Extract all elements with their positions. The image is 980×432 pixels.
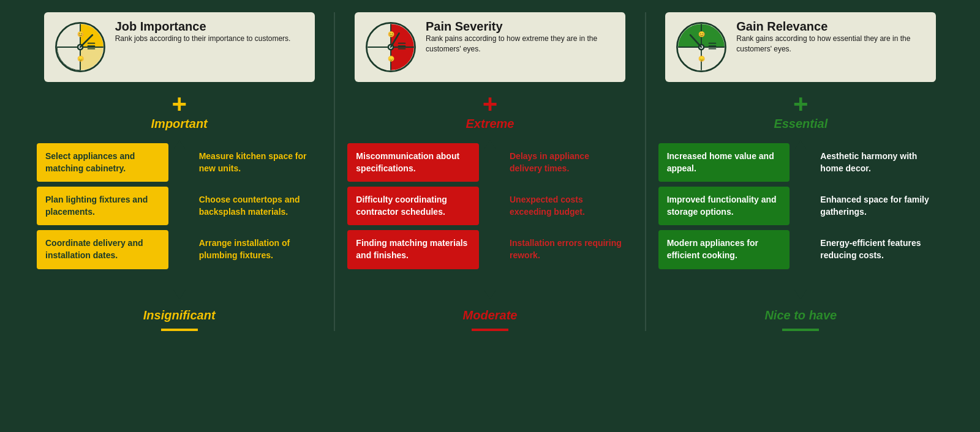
bottom-text-gain: Nice to have <box>764 308 837 322</box>
bottom-line-job <box>161 329 198 331</box>
svg-text:😞: 😞 <box>387 55 394 62</box>
svg-rect-17 <box>398 45 406 47</box>
plus-symbol-job: + <box>172 91 187 117</box>
svg-text:😊: 😊 <box>698 31 706 38</box>
left-card-gain-2: Modern appliances for efficient cooking. <box>658 230 790 269</box>
bottom-label-pain: Moderate <box>463 308 518 331</box>
left-cards-gain: Increased home value and appeal. Improve… <box>658 140 790 299</box>
bottom-line-pain <box>472 329 508 331</box>
arrow-down-gain <box>794 289 807 299</box>
center-arrow-pain <box>479 140 501 299</box>
gauge-yellow-icon: 😊 😞 <box>53 20 108 75</box>
arrow-down-job <box>173 289 186 299</box>
svg-text:😞: 😞 <box>77 55 84 62</box>
header-desc-pain: Rank pains according to how extreme they… <box>426 34 617 54</box>
header-job-importance: 😊 😞 Job Importance Rank jobs according t… <box>44 12 315 82</box>
bottom-line-gain <box>782 329 819 331</box>
header-title-gain: Gain Relevance <box>736 20 927 34</box>
arrow-up-gain <box>794 140 807 150</box>
right-cards-gain: Aesthetic harmony with home decor. Enhan… <box>812 140 943 299</box>
svg-rect-18 <box>398 48 406 50</box>
main-container: 😊 😞 Job Importance Rank jobs according t… <box>0 0 980 343</box>
left-card-job-1: Plan lighting fixtures and placements. <box>37 187 168 225</box>
header-desc-gain: Rank gains according to how essential th… <box>736 34 927 54</box>
cards-row-gain: Increased home value and appeal. Improve… <box>658 140 943 299</box>
column-pain-severity: 😊 😞 Pain Severity Rank pains according t… <box>335 12 644 331</box>
bottom-text-job: Insignificant <box>143 308 216 322</box>
top-label-job: Important <box>151 117 208 131</box>
plus-label-gain: + Essential <box>774 91 827 131</box>
arrow-up-job <box>173 140 186 150</box>
svg-rect-28 <box>709 45 717 47</box>
plus-label-job: + Important <box>151 91 208 131</box>
header-desc-job: Rank jobs according to their importance … <box>115 34 291 44</box>
top-label-pain: Extreme <box>466 117 514 131</box>
right-card-pain-2: Installation errors requiring rework. <box>501 230 633 269</box>
svg-text:😊: 😊 <box>77 31 84 38</box>
header-pain: 😊 😞 Pain Severity Rank pains according t… <box>355 12 625 82</box>
plus-symbol-pain: + <box>483 91 498 117</box>
svg-rect-29 <box>709 48 717 50</box>
svg-text:😞: 😞 <box>698 55 706 62</box>
arrow-shaft-pain <box>489 150 492 289</box>
left-card-pain-0: Miscommunication about specifications. <box>347 143 479 182</box>
left-cards-pain: Miscommunication about specifications. D… <box>347 140 479 299</box>
svg-text:😊: 😊 <box>387 31 394 38</box>
center-arrow-job <box>168 140 190 299</box>
svg-rect-16 <box>398 43 406 44</box>
left-card-gain-0: Increased home value and appeal. <box>658 143 790 182</box>
arrow-shaft-gain <box>799 150 802 289</box>
plus-label-pain: + Extreme <box>466 91 514 131</box>
cards-row-job: Select appliances and matching cabinetry… <box>37 140 322 299</box>
bottom-label-job: Insignificant <box>143 308 216 331</box>
right-cards-pain: Delays in appliance delivery times. Unex… <box>501 140 633 299</box>
header-title-pain: Pain Severity <box>426 20 617 34</box>
column-gain-relevance: 😊 😞 Gain Relevance Rank gains according … <box>646 12 956 331</box>
bottom-label-gain: Nice to have <box>764 308 837 331</box>
arrow-up-pain <box>484 140 496 150</box>
left-card-gain-1: Improved functionality and storage optio… <box>658 187 790 225</box>
svg-rect-6 <box>87 45 95 47</box>
header-title-job: Job Importance <box>115 20 291 34</box>
left-card-pain-2: Finding matching materials and finishes. <box>347 230 479 269</box>
arrow-shaft-job <box>178 150 181 289</box>
right-card-job-2: Arrange installation of plumbing fixture… <box>190 230 322 269</box>
header-gain: 😊 😞 Gain Relevance Rank gains according … <box>665 12 936 82</box>
center-arrow-gain <box>790 140 812 299</box>
svg-rect-27 <box>709 43 717 44</box>
right-card-gain-0: Aesthetic harmony with home decor. <box>812 143 943 182</box>
svg-rect-7 <box>87 48 95 50</box>
bottom-text-pain: Moderate <box>463 308 518 322</box>
right-cards-job: Measure kitchen space for new units. Cho… <box>190 140 322 299</box>
right-card-job-0: Measure kitchen space for new units. <box>190 143 322 182</box>
cards-row-pain: Miscommunication about specifications. D… <box>347 140 632 299</box>
arrow-down-pain <box>484 289 496 299</box>
right-card-pain-1: Unexpected costs exceeding budget. <box>501 187 633 225</box>
right-card-pain-0: Delays in appliance delivery times. <box>501 143 633 182</box>
column-job-importance: 😊 😞 Job Importance Rank jobs according t… <box>24 12 334 331</box>
right-card-gain-1: Enhanced space for family gatherings. <box>812 187 943 225</box>
top-label-gain: Essential <box>774 117 827 131</box>
gauge-green-icon: 😊 😞 <box>674 20 729 75</box>
left-cards-job: Select appliances and matching cabinetry… <box>37 140 168 299</box>
left-card-job-2: Coordinate delivery and installation dat… <box>37 230 168 269</box>
plus-symbol-gain: + <box>793 91 809 117</box>
gauge-red-icon: 😊 😞 <box>363 20 418 75</box>
right-card-job-1: Choose countertops and backsplash materi… <box>190 187 322 225</box>
left-card-job-0: Select appliances and matching cabinetry… <box>37 143 168 182</box>
svg-rect-5 <box>87 43 95 44</box>
left-card-pain-1: Difficulty coordinating contractor sched… <box>347 187 479 225</box>
right-card-gain-2: Energy-efficient features reducing costs… <box>812 230 943 269</box>
